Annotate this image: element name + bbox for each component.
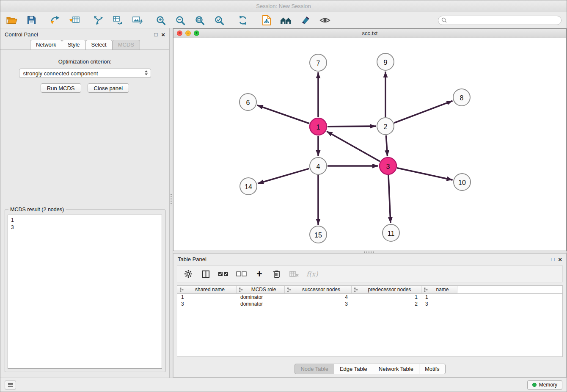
close-panel-icon[interactable]: ×	[161, 31, 165, 38]
table-cell[interactable]: dominator	[237, 294, 285, 300]
table-row[interactable]: 1dominator411	[177, 294, 562, 301]
edge-4-14[interactable]	[258, 168, 309, 183]
close-table-panel-icon[interactable]: ×	[558, 256, 562, 262]
table-panel-header: Table Panel □ ×	[173, 254, 566, 265]
column-icon[interactable]	[201, 268, 211, 279]
network-graph[interactable]: 7968124314101511	[173, 38, 567, 251]
node-label: 3	[386, 163, 390, 170]
apply-style-icon[interactable]	[299, 14, 312, 26]
float-table-panel-icon[interactable]: □	[551, 257, 554, 262]
vertical-splitter[interactable]	[170, 28, 173, 378]
table-row[interactable]: 3dominator323	[177, 301, 562, 307]
table-cell[interactable]: 4	[285, 294, 352, 300]
column-header-label: name	[430, 287, 455, 293]
zoom-selected-icon[interactable]	[213, 14, 226, 26]
column-header[interactable]: shared name	[177, 286, 237, 293]
criterion-dropdown[interactable]: strongly connected component	[19, 69, 151, 78]
edge-3-11[interactable]	[388, 175, 391, 223]
open-folder-icon[interactable]	[6, 14, 18, 26]
node-7[interactable]: 7	[310, 54, 327, 71]
network-icon[interactable]	[92, 14, 105, 26]
node-11[interactable]: 11	[383, 224, 399, 241]
search-input[interactable]	[438, 16, 561, 25]
deselect-all-icon[interactable]	[236, 268, 247, 279]
network-canvas[interactable]: 7968124314101511	[173, 38, 566, 251]
run-mcds-button[interactable]: Run MCDS	[41, 83, 81, 93]
tab-mcds[interactable]: MCDS	[112, 40, 140, 50]
tab-network-table[interactable]: Network Table	[373, 364, 419, 374]
table-cell[interactable]: 3	[177, 301, 237, 307]
horizontal-splitter-handle[interactable]	[364, 251, 374, 253]
mcds-result-text[interactable]: 1 3	[8, 215, 162, 369]
control-panel: Control Panel □ × NetworkStyleSelectMCDS…	[0, 28, 170, 378]
zoom-out-icon[interactable]	[174, 14, 187, 26]
network-from-table-icon[interactable]	[111, 14, 124, 26]
table-cell[interactable]: 3	[421, 301, 457, 307]
control-panel-header: Control Panel □ ×	[0, 28, 169, 40]
node-4[interactable]: 4	[310, 157, 327, 174]
tab-edge-table[interactable]: Edge Table	[334, 364, 373, 374]
node-14[interactable]: 14	[240, 178, 257, 195]
node-15[interactable]: 15	[310, 226, 327, 243]
tab-node-table[interactable]: Node Table	[295, 364, 334, 374]
memory-button[interactable]: Memory	[527, 380, 562, 390]
network-group	[92, 14, 143, 26]
settings-gear-icon[interactable]	[183, 268, 193, 279]
node-8[interactable]: 8	[453, 89, 470, 106]
export-image-icon[interactable]	[131, 14, 143, 26]
close-window-icon[interactable]: ×	[177, 30, 182, 36]
table-cell[interactable]: 2	[352, 301, 421, 307]
select-all-icon[interactable]	[218, 268, 229, 279]
edge-2-8[interactable]	[394, 101, 453, 123]
clone-network-icon[interactable]	[260, 14, 273, 26]
edge-3-10[interactable]	[397, 168, 452, 180]
sort-icon	[287, 287, 292, 292]
tab-style[interactable]: Style	[62, 40, 86, 50]
edge-3-1[interactable]	[327, 131, 380, 161]
delete-row-icon[interactable]	[272, 268, 282, 279]
show-hide-eye-icon[interactable]	[319, 14, 331, 26]
zoom-window-icon[interactable]: +	[194, 30, 199, 36]
tab-motifs[interactable]: Motifs	[419, 364, 446, 374]
table-cell[interactable]: 1	[352, 294, 421, 300]
column-header-label: successor nodes	[293, 287, 349, 293]
save-icon[interactable]	[25, 14, 38, 26]
splitter-handle[interactable]	[171, 194, 172, 205]
table-cell[interactable]: 1	[421, 294, 457, 300]
tab-select[interactable]: Select	[85, 40, 113, 50]
tab-network[interactable]: Network	[30, 40, 62, 50]
refresh-icon[interactable]	[237, 14, 249, 26]
control-panel-title: Control Panel	[5, 31, 38, 38]
column-header-label: shared name	[186, 287, 234, 293]
edge-2-3[interactable]	[386, 135, 387, 156]
column-header[interactable]: predecessor nodes	[352, 286, 421, 293]
minimize-window-icon[interactable]: −	[185, 30, 191, 36]
home-icon[interactable]	[280, 14, 292, 26]
node-1[interactable]: 1	[310, 118, 327, 135]
right-area: scc.txt × − + 7968124314101511 Table Pa	[173, 28, 567, 378]
function-builder-icon: f(x)	[306, 268, 318, 279]
float-panel-icon[interactable]: □	[154, 32, 157, 37]
add-row-icon[interactable]: +	[254, 268, 264, 279]
import-network-icon[interactable]	[49, 14, 61, 26]
import-table-icon[interactable]	[68, 14, 81, 26]
task-history-icon[interactable]	[5, 381, 16, 389]
node-2[interactable]: 2	[377, 118, 394, 135]
table-cell[interactable]: 3	[285, 301, 352, 307]
node-label: 11	[388, 230, 395, 237]
zoom-in-icon[interactable]	[154, 14, 167, 26]
node-6[interactable]: 6	[239, 94, 256, 110]
node-9[interactable]: 9	[377, 53, 394, 70]
column-header[interactable]: name	[421, 286, 457, 293]
node-10[interactable]: 10	[454, 174, 471, 190]
close-panel-button[interactable]: Close panel	[88, 83, 129, 93]
table-cell[interactable]: dominator	[237, 301, 285, 307]
edge-1-2[interactable]	[328, 126, 376, 127]
node-3[interactable]: 3	[380, 157, 396, 174]
zoom-fit-icon[interactable]	[193, 14, 206, 26]
edge-1-6[interactable]	[257, 105, 310, 124]
table-cell[interactable]: 1	[177, 294, 237, 300]
column-header[interactable]: MCDS role	[237, 286, 285, 293]
column-header[interactable]: successor nodes	[285, 286, 352, 293]
import-group	[49, 14, 81, 26]
